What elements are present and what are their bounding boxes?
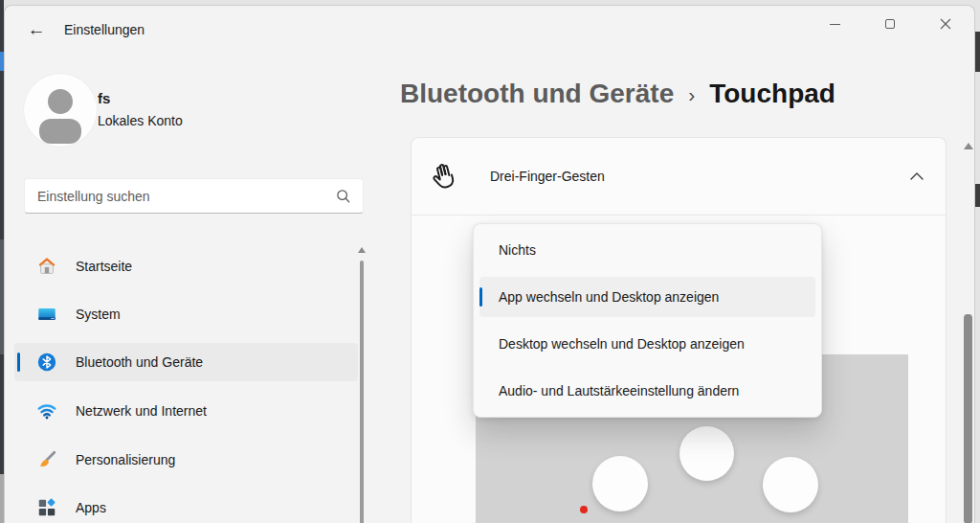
wifi-icon bbox=[35, 399, 58, 422]
dropdown-option-app-wechseln[interactable]: App wechseln und Desktop anzeigen bbox=[479, 277, 815, 317]
maximize-icon bbox=[885, 19, 895, 29]
minimize-icon bbox=[830, 24, 840, 25]
background-window-sliver bbox=[975, 32, 980, 72]
settings-window: ← Einstellungen fs Lokales Konto bbox=[4, 5, 975, 523]
dropdown-option-audio[interactable]: Audio- und Lautstärkeeinstellung ändern bbox=[479, 371, 815, 411]
section-title: Drei-Finger-Gesten bbox=[490, 169, 605, 184]
dropdown-option-label: Desktop wechseln und Desktop anzeigen bbox=[499, 336, 745, 352]
sidebar-item-system[interactable]: System bbox=[14, 295, 358, 333]
sidebar-item-label: Netzwerk und Internet bbox=[76, 403, 207, 419]
dropdown-option-label: App wechseln und Desktop anzeigen bbox=[499, 289, 719, 305]
main-scrollbar[interactable] bbox=[964, 314, 972, 523]
close-icon bbox=[939, 17, 952, 31]
selection-pill bbox=[479, 287, 482, 307]
apps-icon bbox=[35, 496, 58, 519]
paintbrush-icon bbox=[35, 448, 58, 471]
avatar[interactable] bbox=[23, 73, 98, 148]
selection-pill bbox=[17, 352, 20, 372]
sidebar-item-bluetooth[interactable]: Bluetooth und Geräte bbox=[14, 343, 358, 381]
background-window-sliver bbox=[975, 184, 980, 207]
home-icon bbox=[35, 255, 58, 278]
maximize-button[interactable] bbox=[862, 6, 918, 42]
dropdown-option-label: Audio- und Lautstärkeeinstellung ändern bbox=[499, 383, 739, 398]
settings-search bbox=[24, 178, 364, 214]
dropdown-option-label: Nichts bbox=[499, 242, 536, 258]
user-account-type: Lokales Konto bbox=[98, 113, 183, 128]
sidebar-item-personalisierung[interactable]: Personalisierung bbox=[14, 441, 358, 479]
finger-circle bbox=[592, 456, 648, 512]
sidebar-item-label: System bbox=[76, 307, 121, 322]
sidebar-scrollbar[interactable] bbox=[360, 261, 364, 523]
cursor-dot bbox=[580, 506, 588, 513]
dropdown-option-nichts[interactable]: Nichts bbox=[479, 230, 815, 270]
main-scroll-up-icon[interactable] bbox=[964, 143, 973, 149]
window-controls bbox=[807, 6, 973, 44]
search-icon bbox=[335, 188, 351, 204]
system-icon bbox=[35, 303, 58, 326]
breadcrumb: Bluetooth und Geräte › Touchpad bbox=[400, 79, 835, 109]
sidebar-item-startseite[interactable]: Startseite bbox=[14, 247, 358, 285]
breadcrumb-parent[interactable]: Bluetooth und Geräte bbox=[400, 79, 674, 109]
dropdown-option-desktop-wechseln[interactable]: Desktop wechseln und Desktop anzeigen bbox=[479, 324, 815, 364]
sidebar-item-apps[interactable]: Apps bbox=[14, 489, 358, 523]
chevron-up-icon[interactable] bbox=[909, 171, 924, 181]
sidebar-item-label: Startseite bbox=[76, 259, 132, 274]
finger-circle bbox=[679, 426, 734, 481]
three-finger-gesture-icon bbox=[425, 158, 462, 195]
close-button[interactable] bbox=[918, 6, 973, 42]
sidebar-item-label: Personalisierung bbox=[76, 452, 175, 467]
breadcrumb-separator-icon: › bbox=[688, 83, 695, 106]
sidebar-item-label: Apps bbox=[76, 500, 106, 515]
finger-circle bbox=[763, 457, 818, 512]
back-button[interactable]: ← bbox=[20, 15, 53, 44]
user-name: fs bbox=[98, 90, 110, 106]
page-title: Touchpad bbox=[709, 79, 835, 109]
window-title: Einstellungen bbox=[64, 22, 145, 37]
bluetooth-icon bbox=[35, 351, 58, 374]
sidebar-item-label: Bluetooth und Geräte bbox=[76, 354, 203, 370]
three-finger-gestures-header[interactable]: Drei-Finger-Gesten bbox=[412, 138, 946, 216]
sidebar-scroll-up-icon[interactable] bbox=[358, 247, 366, 253]
minimize-button[interactable] bbox=[807, 6, 862, 42]
sidebar-item-netzwerk[interactable]: Netzwerk und Internet bbox=[14, 392, 358, 430]
search-input[interactable] bbox=[37, 189, 335, 204]
avatar-person-icon bbox=[48, 89, 73, 114]
back-arrow-icon: ← bbox=[28, 19, 46, 40]
gesture-dropdown-menu: Nichts App wechseln und Desktop anzeigen… bbox=[473, 223, 822, 418]
